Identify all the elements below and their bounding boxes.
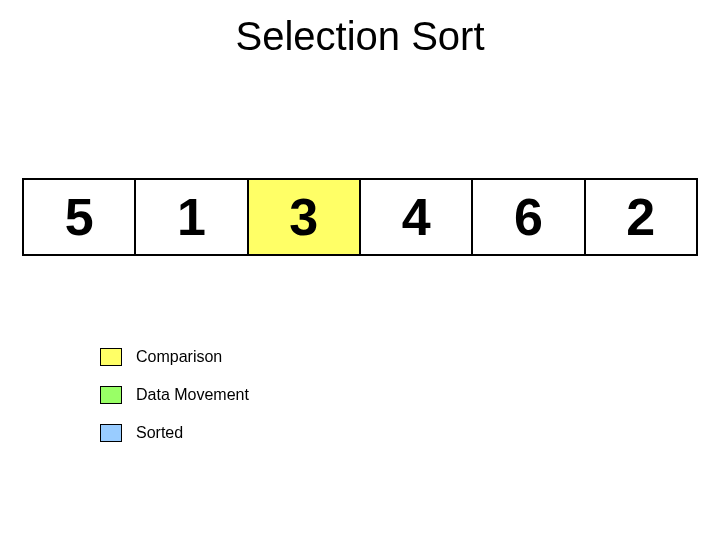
legend-swatch bbox=[100, 386, 122, 404]
page-title: Selection Sort bbox=[0, 14, 720, 59]
array-cell: 4 bbox=[361, 180, 473, 254]
legend: Comparison Data Movement Sorted bbox=[100, 348, 249, 462]
slide: Selection Sort 5 1 3 4 6 2 Comparison Da… bbox=[0, 0, 720, 540]
array-cell: 3 bbox=[249, 180, 361, 254]
legend-item-data-movement: Data Movement bbox=[100, 386, 249, 404]
legend-swatch bbox=[100, 424, 122, 442]
array-cell: 6 bbox=[473, 180, 585, 254]
legend-swatch bbox=[100, 348, 122, 366]
array-cell: 1 bbox=[136, 180, 248, 254]
legend-label: Data Movement bbox=[136, 386, 249, 404]
array-container: 5 1 3 4 6 2 bbox=[22, 178, 698, 256]
legend-label: Comparison bbox=[136, 348, 222, 366]
array-cell: 2 bbox=[586, 180, 696, 254]
legend-label: Sorted bbox=[136, 424, 183, 442]
array-cell: 5 bbox=[24, 180, 136, 254]
legend-item-comparison: Comparison bbox=[100, 348, 249, 366]
legend-item-sorted: Sorted bbox=[100, 424, 249, 442]
